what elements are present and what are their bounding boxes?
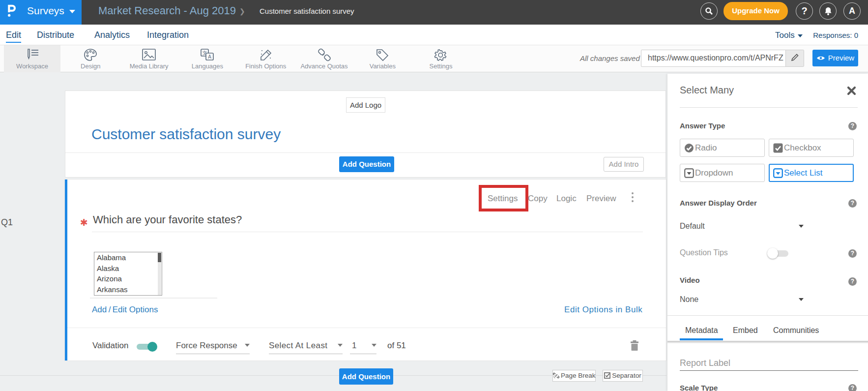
svg-text:A: A xyxy=(208,54,211,60)
